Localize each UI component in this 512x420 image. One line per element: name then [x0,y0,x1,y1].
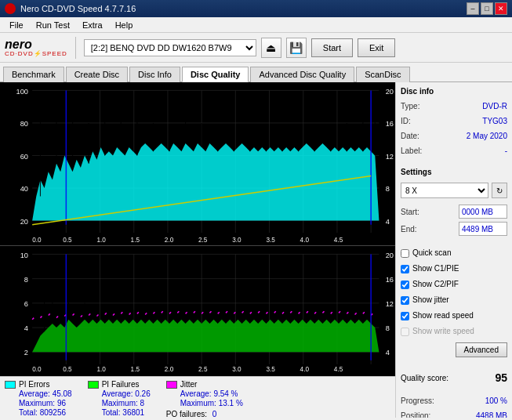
title-bar-left: Nero CD-DVD Speed 4.7.7.16 [5,3,136,14]
menu-run-test[interactable]: Run Test [30,19,76,31]
c1-pie-label: Show C1/PIE [412,262,459,275]
chart-area: 100 80 60 40 20 20 16 12 8 4 0.0 0.5 1.0… [0,82,396,418]
svg-text:4: 4 [24,324,28,332]
start-row: Start: [401,205,507,219]
disc-info-title: Disc info [401,87,507,96]
start-input[interactable] [459,205,507,219]
svg-text:3.0: 3.0 [232,237,241,244]
toolbar: nero CD·DVD⚡SPEED [2:2] BENQ DVD DD DW16… [0,33,512,63]
tab-disc-info[interactable]: Disc Info [129,67,180,82]
svg-text:20: 20 [386,251,394,259]
quick-scan-checkbox[interactable] [401,249,409,258]
end-input[interactable] [459,222,507,236]
menu-extra[interactable]: Extra [76,19,109,31]
tab-scan-disc[interactable]: ScanDisc [356,67,409,82]
eject-button[interactable]: ⏏ [261,38,281,58]
svg-text:4.0: 4.0 [300,366,310,373]
pi-errors-max: Maximum: 96 [5,399,72,407]
jitter-header: Jitter [166,380,243,389]
svg-text:3.5: 3.5 [266,237,275,244]
main-content: 100 80 60 40 20 20 16 12 8 4 0.0 0.5 1.0… [0,82,512,418]
disc-type-value: DVD-R [482,100,507,112]
svg-text:6: 6 [24,300,28,308]
write-speed-row: Show write speed [401,325,507,338]
jitter-legend: Jitter Average: 9.54 % Maximum: 13.1 % P… [166,380,243,418]
svg-text:12: 12 [386,153,394,161]
svg-text:2: 2 [24,349,28,357]
pi-failures-total: Total: 36801 [88,408,151,417]
pi-failures-legend: PI Failures Average: 0.26 Maximum: 8 Tot… [88,380,151,418]
disc-id-row: ID: TYG03 [401,115,507,127]
bottom-chart: 10 8 6 4 2 20 16 12 8 4 0.0 0.5 1.0 1.5 … [0,246,395,377]
svg-text:80: 80 [20,120,28,128]
speed-select[interactable]: 8 X [401,183,488,198]
tab-benchmark[interactable]: Benchmark [3,67,64,82]
svg-marker-78 [32,319,379,352]
menu-help[interactable]: Help [109,19,140,31]
advanced-button[interactable]: Advanced [456,342,507,357]
maximize-button[interactable]: □ [481,2,493,15]
pi-failures-color [88,381,99,389]
position-label: Position: [401,410,430,418]
svg-text:1.0: 1.0 [96,366,106,373]
disc-label-row: Label: - [401,145,507,157]
svg-text:16: 16 [386,120,394,128]
quick-scan-row: Quick scan [401,247,507,259]
svg-text:2.5: 2.5 [198,237,208,244]
pi-errors-color [5,381,16,389]
jitter-avg: Average: 9.54 % [166,389,243,398]
tab-advanced-disc-quality[interactable]: Advanced Disc Quality [250,67,354,82]
title-bar-controls[interactable]: – □ ✕ [467,2,507,15]
disc-type-row: Type: DVD-R [401,100,507,112]
menu-file[interactable]: File [3,19,30,31]
tab-create-disc[interactable]: Create Disc [66,67,128,82]
jitter-checkbox[interactable] [401,296,409,305]
svg-text:8: 8 [24,275,28,283]
svg-text:100: 100 [16,88,28,96]
quality-score-label: Quality score: [401,374,448,382]
position-row: Position: 4488 MB [401,410,507,418]
legend-bar: PI Errors Average: 45.08 Maximum: 96 Tot… [0,376,395,420]
bottom-chart-svg: 10 8 6 4 2 20 16 12 8 4 0.0 0.5 1.0 1.5 … [0,246,395,377]
svg-text:60: 60 [20,153,28,161]
minimize-button[interactable]: – [467,2,479,15]
svg-text:10: 10 [20,251,28,259]
tab-disc-quality[interactable]: Disc Quality [182,67,249,82]
read-speed-checkbox[interactable] [401,312,409,320]
start-label: Start: [401,206,419,218]
svg-text:4.5: 4.5 [334,237,343,244]
jitter-color [166,381,177,389]
c1-pie-checkbox[interactable] [401,265,409,273]
disc-date-label: Date: [401,130,419,142]
svg-text:16: 16 [386,275,394,283]
jitter-row: Show jitter [401,294,507,306]
svg-text:2.5: 2.5 [198,366,208,373]
quick-scan-label: Quick scan [412,247,451,259]
nero-text: nero [5,38,67,51]
nero-logo: nero CD·DVD⚡SPEED [5,38,67,57]
cd-dvd-speed-text: CD·DVD⚡SPEED [5,51,67,57]
c2-pif-checkbox[interactable] [401,281,409,289]
start-button[interactable]: Start [311,38,353,57]
svg-text:12: 12 [386,300,394,308]
svg-rect-62 [0,246,395,377]
exit-button[interactable]: Exit [358,38,395,57]
close-button[interactable]: ✕ [495,2,507,15]
title-bar: Nero CD-DVD Speed 4.7.7.16 – □ ✕ [0,0,512,17]
svg-text:1.5: 1.5 [131,366,140,373]
pi-errors-header: PI Errors [5,380,72,389]
pi-failures-header: PI Failures [88,380,151,389]
top-chart: 100 80 60 40 20 20 16 12 8 4 0.0 0.5 1.0… [0,82,395,246]
c1-pie-row: Show C1/PIE [401,262,507,275]
svg-text:4: 4 [386,349,390,357]
refresh-button[interactable]: ↻ [492,183,507,198]
end-label: End: [401,223,417,235]
disc-label-label: Label: [401,145,422,157]
save-button[interactable]: 💾 [286,38,307,58]
disc-date-row: Date: 2 May 2020 [401,130,507,142]
settings-title: Settings [401,168,507,176]
drive-select[interactable]: [2:2] BENQ DVD DD DW1620 B7W9 [84,39,256,56]
svg-text:0.0: 0.0 [32,366,42,373]
jitter-max: Maximum: 13.1 % [166,399,243,407]
c2-pif-label: Show C2/PIF [412,278,459,291]
